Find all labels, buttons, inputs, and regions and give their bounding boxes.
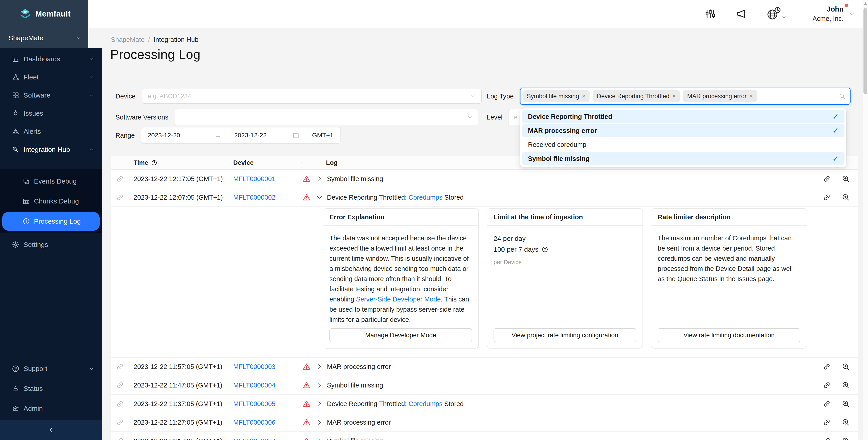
chevron-down-icon [849, 11, 855, 17]
error-explanation-card: Error Explanation The data was not accep… [322, 208, 479, 349]
limit-per-week: 100 per 7 days [494, 244, 538, 255]
table-row: 2023-12-22 11:27:05 (GMT+1) MFLT0000006 … [111, 413, 858, 432]
range-start-date[interactable]: 2023-12-20 [148, 132, 215, 139]
chain-link-icon[interactable] [116, 437, 124, 440]
log-time: 2023-12-22 11:57:05 (GMT+1) [129, 363, 229, 371]
chain-link-icon[interactable] [116, 381, 124, 389]
chain-link-icon[interactable] [116, 400, 124, 408]
sidebar-item-software[interactable]: Software [0, 86, 102, 104]
device-search-input[interactable] [142, 93, 481, 100]
chevron-right-icon[interactable] [316, 382, 323, 388]
log-type-tag: MAR processing error× [683, 90, 757, 102]
remove-tag-icon[interactable]: × [672, 93, 676, 100]
copy-link-icon[interactable] [823, 381, 831, 389]
date-range-picker[interactable]: 2023-12-20 → 2023-12-22 GMT+1 [141, 127, 341, 144]
copy-link-icon[interactable] [823, 418, 831, 427]
dropdown-option-device-reporting-throttled[interactable]: Device Reporting Throttled✓ [522, 110, 844, 123]
level-filter-label: Level [487, 114, 502, 121]
chevron-right-icon[interactable] [316, 400, 323, 407]
chevron-right-icon[interactable] [316, 438, 323, 440]
device-link[interactable]: MFLT0000002 [233, 194, 275, 201]
dropdown-option-mar-processing-error[interactable]: MAR processing error✓ [522, 124, 844, 137]
chevron-down-icon [75, 35, 82, 41]
sidebar-item-support[interactable]: Support [0, 359, 102, 379]
sidebar-item-admin[interactable]: Admin [0, 399, 102, 418]
chevron-right-icon[interactable] [316, 176, 323, 182]
sidebar-item-integration-hub[interactable]: Integration Hub [0, 140, 102, 159]
log-type-dropdown: Device Reporting Throttled✓ MAR processi… [520, 108, 846, 167]
scrollbar-thumb[interactable] [864, 8, 867, 94]
zoom-in-icon[interactable] [842, 418, 850, 427]
device-link[interactable]: MFLT0000003 [233, 363, 275, 370]
chain-link-icon[interactable] [116, 193, 124, 201]
copy-link-icon[interactable] [823, 437, 831, 440]
sidebar-item-dashboards[interactable]: Dashboards [0, 50, 102, 68]
sidebar-item-events-debug[interactable]: Events Debug [0, 171, 102, 191]
announcements-icon[interactable] [736, 8, 747, 20]
page-scrollbar[interactable] [863, 0, 868, 440]
device-filter-select[interactable] [142, 89, 482, 104]
sidebar-item-processing-log[interactable]: Processing Log [2, 212, 100, 231]
topbar: John Acme, Inc. [88, 0, 863, 28]
question-circle-icon[interactable] [151, 160, 157, 166]
rate-limiter-description-card: Rate limiter description The maximum num… [651, 208, 807, 349]
zoom-in-icon[interactable] [842, 437, 850, 440]
chevron-down-icon[interactable] [316, 194, 323, 201]
sidebar-item-chunks-debug[interactable]: Chunks Debug [0, 191, 102, 211]
sidebar-item-alerts[interactable]: Alerts [0, 122, 102, 140]
sidebar-spacer [0, 254, 102, 359]
sidebar-collapse-button[interactable] [0, 420, 102, 440]
copy-link-icon[interactable] [823, 400, 831, 408]
device-link[interactable]: MFLT0000005 [233, 400, 275, 407]
device-link[interactable]: MFLT0000007 [233, 437, 275, 440]
copy-link-icon[interactable] [823, 175, 831, 183]
project-name: ShapeMate [9, 34, 43, 42]
chain-link-icon[interactable] [116, 363, 124, 371]
chain-link-icon[interactable] [116, 175, 124, 183]
user-menu[interactable]: John Acme, Inc. [812, 5, 855, 23]
remove-tag-icon[interactable]: × [582, 93, 585, 100]
chevron-right-icon[interactable] [316, 419, 323, 426]
view-rate-limit-config-button[interactable]: View project rate limiting configuration [494, 328, 636, 342]
device-link[interactable]: MFLT0000006 [233, 419, 275, 426]
question-circle-icon[interactable] [541, 246, 548, 253]
check-icon: ✓ [833, 154, 839, 163]
sidebar-item-settings[interactable]: Settings [0, 235, 102, 254]
remove-tag-icon[interactable]: × [749, 93, 753, 100]
metric-charts-icon[interactable] [705, 8, 716, 19]
server-side-developer-mode-link[interactable]: Server-Side Developer Mode [356, 295, 441, 303]
copy-link-icon[interactable] [823, 193, 831, 201]
breadcrumb-project[interactable]: ShapeMate [111, 36, 145, 43]
device-link[interactable]: MFLT0000004 [233, 382, 275, 389]
software-versions-select[interactable] [175, 109, 478, 125]
zoom-in-icon[interactable] [842, 363, 850, 371]
coredumps-link[interactable]: Coredumps [409, 400, 443, 407]
sidebar-item-fleet[interactable]: Fleet [0, 68, 102, 86]
zoom-in-icon[interactable] [842, 381, 850, 389]
log-type-multiselect[interactable]: Symbol file missing×Device Reporting Thr… [520, 88, 850, 105]
sidebar-nav: Dashboards Fleet Software Issues Alerts … [0, 48, 102, 420]
zoom-in-icon[interactable] [842, 175, 850, 183]
dropdown-option-symbol-file-missing[interactable]: Symbol file missing✓ [522, 152, 844, 165]
coredumps-link[interactable]: Coredumps [409, 194, 443, 201]
memfault-logo[interactable]: Memfault [0, 0, 88, 28]
chevron-right-icon[interactable] [316, 363, 323, 370]
scrollbar-up-arrow[interactable] [864, 2, 867, 5]
sidebar-item-status[interactable]: Status [0, 379, 102, 399]
chain-link-icon[interactable] [116, 418, 124, 427]
range-end-date[interactable]: 2023-12-22 [234, 132, 291, 139]
zoom-in-icon[interactable] [842, 193, 850, 201]
log-time: 2023-12-22 11:17:05 (GMT+1) [129, 437, 229, 440]
zoom-in-icon[interactable] [842, 400, 850, 408]
status-icon [12, 385, 20, 392]
sidebar-item-issues[interactable]: Issues [0, 104, 102, 122]
copy-link-icon[interactable] [823, 363, 831, 371]
manage-developer-mode-button[interactable]: Manage Developer Mode [330, 328, 472, 342]
device-link[interactable]: MFLT0000001 [233, 175, 275, 182]
dropdown-option-received-coredump[interactable]: Received coredump [522, 138, 844, 151]
fleet-icon [12, 73, 20, 81]
project-selector[interactable]: ShapeMate [0, 28, 88, 48]
timezone-selector[interactable] [767, 7, 786, 21]
chevron-left-icon [47, 427, 55, 434]
view-rate-limit-docs-button[interactable]: View rate limiting documentation [658, 328, 800, 342]
